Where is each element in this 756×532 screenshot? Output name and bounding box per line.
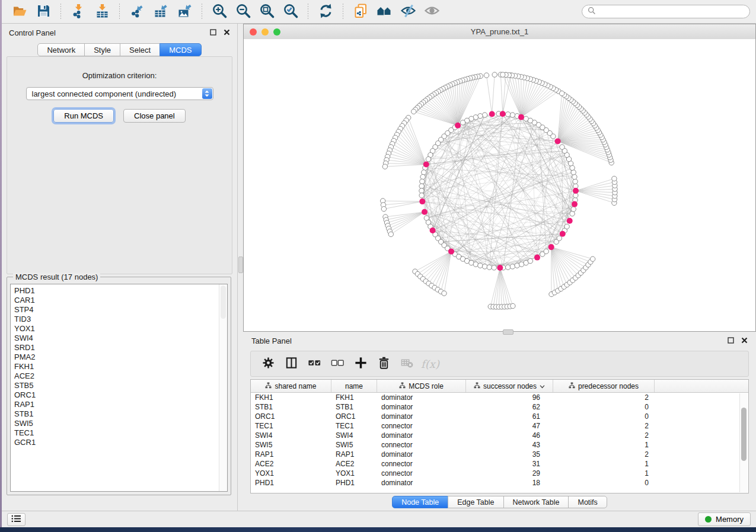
cell-shared-name[interactable]: STB1 [251, 403, 331, 411]
tab-network-table[interactable]: Network Table [503, 496, 569, 508]
import-network-button[interactable] [66, 2, 90, 22]
cell-shared-name[interactable]: SWI4 [251, 431, 331, 440]
delete-column-button[interactable] [372, 353, 395, 374]
hide-selected-button[interactable] [396, 2, 420, 22]
table-row[interactable]: TEC1TEC1connector472 [251, 421, 748, 431]
show-panels-menu-button[interactable] [7, 513, 25, 526]
cell-MCDS-role[interactable]: dominator [377, 393, 466, 402]
cell-MCDS-role[interactable]: dominator [377, 450, 466, 459]
cell-MCDS-role[interactable]: connector [377, 469, 466, 477]
table-row[interactable]: SWI5SWI5connector431 [251, 440, 748, 450]
select-all-button[interactable] [303, 353, 326, 374]
settings-button[interactable] [257, 353, 280, 374]
table-row[interactable]: YOX1YOX1connector291 [251, 469, 748, 478]
cell-successor-nodes[interactable]: 31 [466, 460, 553, 468]
mcds-result-item[interactable]: PMA2 [14, 352, 227, 362]
import-table-button[interactable] [90, 2, 114, 22]
cell-predecessor-nodes[interactable]: 0 [553, 403, 655, 411]
close-window-button[interactable] [250, 28, 257, 36]
tab-mcds[interactable]: MCDS [160, 43, 201, 56]
mcds-result-item[interactable]: SWI5 [14, 419, 227, 428]
vertical-splitter[interactable] [238, 24, 243, 511]
cell-MCDS-role[interactable]: dominator [377, 412, 466, 421]
run-mcds-button[interactable]: Run MCDS [53, 109, 114, 123]
tab-node-table[interactable]: Node Table [392, 496, 448, 508]
cell-name[interactable]: SWI5 [331, 441, 377, 449]
float-panel-button[interactable] [210, 28, 216, 37]
export-table-button[interactable] [149, 2, 173, 22]
mcds-result-item[interactable]: STB1 [14, 409, 227, 419]
horizontal-splitter-handle[interactable] [503, 329, 513, 335]
network-graph[interactable] [244, 39, 755, 331]
mcds-result-item[interactable]: RAP1 [14, 400, 227, 409]
save-button[interactable] [31, 2, 55, 22]
zoom-selected-button[interactable] [279, 2, 302, 22]
minimize-window-button[interactable] [261, 28, 269, 36]
zoom-in-button[interactable] [208, 2, 231, 22]
cell-successor-nodes[interactable]: 96 [466, 393, 553, 402]
cell-name[interactable]: RAP1 [331, 450, 377, 459]
mcds-result-item[interactable]: GCR1 [14, 438, 227, 447]
first-neighbors-button[interactable] [372, 2, 396, 22]
mcds-result-item[interactable]: CAR1 [14, 296, 227, 305]
tab-edge-table[interactable]: Edge Table [448, 496, 503, 508]
cell-MCDS-role[interactable]: dominator [377, 403, 466, 411]
cell-successor-nodes[interactable]: 29 [466, 469, 553, 477]
tab-select[interactable]: Select [120, 43, 160, 56]
cell-MCDS-role[interactable]: dominator [377, 431, 466, 440]
cell-shared-name[interactable]: SWI5 [251, 441, 331, 449]
cell-successor-nodes[interactable]: 46 [466, 431, 553, 440]
open-button[interactable] [8, 2, 31, 22]
column-header-shared-name[interactable]: shared name [251, 380, 331, 392]
cell-shared-name[interactable]: RAP1 [251, 450, 331, 459]
show-all-button[interactable] [420, 2, 444, 22]
column-header-successor-nodes[interactable]: successor nodes [466, 380, 553, 392]
mcds-result-item[interactable]: PHD1 [14, 286, 227, 296]
cell-shared-name[interactable]: FKH1 [251, 393, 331, 402]
cell-predecessor-nodes[interactable]: 0 [553, 412, 655, 421]
mcds-result-item[interactable]: SWI4 [14, 334, 227, 343]
zoom-fit-button[interactable] [255, 2, 279, 22]
cell-predecessor-nodes[interactable]: 2 [553, 431, 655, 440]
search-box[interactable] [582, 5, 750, 18]
export-network-button[interactable] [125, 2, 149, 22]
close-table-panel-button[interactable] [741, 336, 748, 345]
cell-MCDS-role[interactable]: connector [377, 441, 466, 449]
cell-name[interactable]: YOX1 [331, 469, 377, 477]
close-mcds-panel-button[interactable]: Close panel [123, 109, 186, 123]
export-image-button[interactable] [173, 2, 196, 22]
table-row[interactable]: FKH1FKH1dominator962 [251, 393, 748, 402]
cell-successor-nodes[interactable]: 18 [466, 479, 553, 487]
table-row[interactable]: ORC1ORC1dominator610 [251, 412, 748, 421]
cell-predecessor-nodes[interactable]: 2 [553, 450, 655, 459]
maximize-window-button[interactable] [273, 28, 280, 36]
cell-shared-name[interactable]: TEC1 [251, 422, 331, 430]
mcds-result-item[interactable]: ORC1 [14, 390, 227, 400]
cell-shared-name[interactable]: YOX1 [251, 469, 331, 477]
mcds-result-item[interactable]: STP4 [14, 305, 227, 315]
column-header-name[interactable]: name [331, 380, 377, 392]
cell-predecessor-nodes[interactable]: 1 [553, 469, 655, 477]
cell-MCDS-role[interactable]: connector [377, 422, 466, 430]
tab-motifs[interactable]: Motifs [568, 496, 607, 508]
cell-name[interactable]: PHD1 [331, 479, 377, 487]
tab-network[interactable]: Network [37, 43, 85, 56]
cell-successor-nodes[interactable]: 35 [466, 450, 553, 459]
mcds-result-item[interactable]: STB5 [14, 381, 227, 390]
cell-name[interactable]: ORC1 [331, 412, 377, 421]
table-row[interactable]: PHD1PHD1dominator180 [251, 478, 748, 488]
close-panel-button[interactable] [224, 28, 230, 37]
clone-network-button[interactable] [349, 2, 372, 22]
network-canvas[interactable] [244, 39, 755, 331]
memory-button[interactable]: Memory [698, 512, 751, 526]
deselect-all-button[interactable] [326, 353, 349, 374]
cell-name[interactable]: ACE2 [331, 460, 377, 468]
add-column-button[interactable] [349, 353, 372, 374]
mcds-list-scroll-thumb[interactable] [221, 286, 226, 319]
cell-successor-nodes[interactable]: 62 [466, 403, 553, 411]
criterion-select[interactable]: largest connected component (undirected) [26, 87, 213, 100]
cell-MCDS-role[interactable]: connector [377, 460, 466, 468]
cell-successor-nodes[interactable]: 61 [466, 412, 553, 421]
table-scrollbar[interactable] [739, 393, 748, 492]
mcds-result-item[interactable]: SRD1 [14, 343, 227, 352]
